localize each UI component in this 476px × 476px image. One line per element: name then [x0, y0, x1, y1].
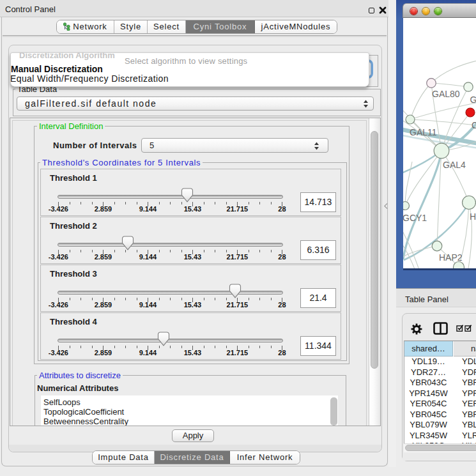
svg-text:GA: GA	[470, 95, 476, 105]
svg-text:C: C	[472, 120, 476, 130]
svg-text:GCY1: GCY1	[403, 213, 427, 223]
svg-text:GAL4: GAL4	[443, 160, 466, 170]
svg-text:HAP2: HAP2	[439, 252, 463, 263]
svg-text:GAL11: GAL11	[410, 127, 437, 137]
svg-text:H: H	[470, 211, 476, 222]
svg-text:GAL80: GAL80	[432, 89, 460, 99]
